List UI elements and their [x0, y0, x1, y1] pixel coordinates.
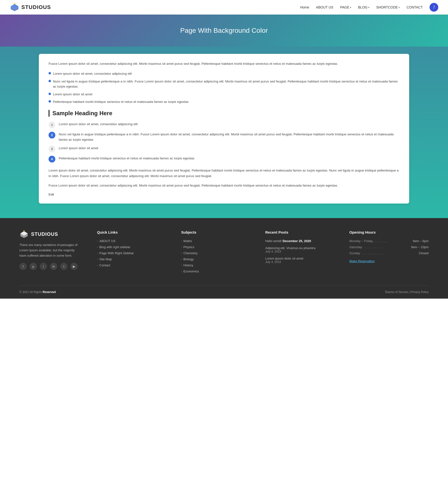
bullet-dot-icon	[48, 100, 51, 103]
social-icons: f p i in t ▶	[19, 263, 78, 270]
footer-quick-links: Quick Links › ABOUT US › Blog with right…	[97, 230, 176, 276]
chevron-right-icon: ›	[97, 258, 98, 261]
list-item[interactable]: › Physics	[181, 245, 261, 249]
pinterest-icon[interactable]: p	[30, 263, 37, 270]
bullet-dot-icon	[48, 80, 51, 82]
list-item: Lorem ipsum dolor sit amet, consectetur …	[48, 71, 400, 77]
recent-post-date-3: July 4, 2019	[265, 260, 345, 264]
opening-hours-heading: Opening Hours	[350, 230, 429, 234]
hero-banner: Page With Background Color	[0, 15, 448, 47]
list-item[interactable]: › Blog with right sidebar	[97, 245, 176, 249]
list-item: 4 Pellentesque habitant morbi tristique …	[48, 156, 400, 163]
chevron-right-icon: ›	[181, 246, 182, 249]
hero-title: Page With Background Color	[10, 27, 438, 34]
instagram-icon[interactable]: i	[40, 263, 47, 270]
num-badge-1: 1	[48, 122, 55, 128]
header: STUDIOUS Home ABOUT US PAGE ▾ BLOG ▾ SHO…	[0, 0, 448, 15]
copyright-text: © 2021 All Rights Reserved	[19, 290, 56, 294]
logo[interactable]: STUDIOUS	[10, 3, 51, 12]
num-badge-2: 2	[48, 132, 55, 139]
chevron-right-icon: ›	[181, 240, 182, 242]
nav-home[interactable]: Home	[300, 5, 309, 9]
chevron-right-icon: ›	[97, 264, 98, 266]
list-item: 2 Nunc vel ligula in augue tristique pel…	[48, 132, 400, 142]
quick-links-list: › ABOUT US › Blog with right sidebar › P…	[97, 239, 176, 267]
sample-heading: Sample Heading Here	[48, 110, 400, 117]
footer-logo[interactable]: STUDIOUS	[19, 230, 78, 238]
chevron-right-icon: ›	[97, 240, 98, 242]
footer-main-grid: STUDIOUS There are many variations of pa…	[19, 230, 429, 276]
recent-post-title-1[interactable]: Hello world! December 25, 2020	[265, 239, 345, 243]
num-badge-3: 3	[48, 146, 55, 152]
list-item[interactable]: › Page With Right Sidebar	[97, 251, 176, 255]
list-item[interactable]: › Chemistry	[181, 251, 261, 255]
list-item[interactable]: › Site Map	[97, 257, 176, 261]
share-icon: ⤴	[433, 5, 435, 9]
linkedin-icon[interactable]: in	[50, 263, 57, 270]
list-item[interactable]: › Biology	[181, 257, 261, 261]
bullet-list: Lorem ipsum dolor sit amet, consectetur …	[48, 71, 400, 105]
recent-posts-heading: Recent Posts	[265, 230, 345, 234]
list-item: Lorem ipsum dolor sit amet	[48, 92, 400, 97]
nav-about[interactable]: ABOUT US	[316, 5, 333, 9]
make-reservation-link[interactable]: Make Reservation	[350, 259, 375, 263]
num-badge-4: 4	[48, 156, 55, 163]
footer-columns: Quick Links › ABOUT US › Blog with right…	[97, 230, 429, 276]
recent-post-title-2[interactable]: Adipiscing elit. Vivamus eu pharetra	[265, 246, 345, 250]
opening-row-saturday: Saturday . . . . . . . . . . . . 9am – 1…	[350, 245, 429, 249]
list-item[interactable]: › Economics	[181, 269, 261, 273]
quick-links-heading: Quick Links	[97, 230, 176, 234]
chevron-right-icon: ›	[181, 258, 182, 261]
list-item: 1 Lorem ipsum dolor sit amet, consectetu…	[48, 122, 400, 128]
logo-icon	[10, 3, 19, 12]
subjects-heading: Subjects	[181, 230, 261, 234]
list-item[interactable]: › Contact	[97, 264, 176, 267]
main-content-area: Fusce Lorem ipsum dolor sit amet, consec…	[0, 47, 448, 218]
share-button[interactable]: ⤴	[430, 3, 438, 12]
chevron-right-icon: ›	[181, 264, 182, 266]
chevron-right-icon: ›	[97, 252, 98, 254]
footer-logo-text: STUDIOUS	[31, 232, 58, 237]
footer-logo-icon	[19, 230, 29, 238]
legal-links[interactable]: Tearms of Service | Privacy Policy	[385, 290, 429, 294]
nav-shortcode[interactable]: SHORTCODE ▾	[376, 5, 400, 9]
recent-post-title-3[interactable]: Lorem ipsum dolor sit amet	[265, 257, 345, 260]
nav-contact[interactable]: CONTACT	[406, 5, 423, 9]
twitter-icon[interactable]: t	[60, 263, 67, 270]
footer-subjects: Subjects › Maths › Physics › Chemistry	[181, 230, 261, 276]
nav-page[interactable]: PAGE ▾	[340, 5, 351, 9]
footer-recent-posts: Recent Posts Hello world! December 25, 2…	[265, 230, 345, 276]
opening-row-weekday: Monday – Friday . . . . . . . . 9am – 6p…	[350, 239, 429, 243]
chevron-right-icon: ›	[181, 270, 182, 273]
content-para-2: Fusce Lorem ipsum dolor sit amet, consec…	[48, 183, 400, 188]
numbered-list: 1 Lorem ipsum dolor sit amet, consectetu…	[48, 122, 400, 163]
nav-blog[interactable]: BLOG ▾	[358, 5, 369, 9]
subjects-list: › Maths › Physics › Chemistry › Biology	[181, 239, 261, 273]
footer-description: There are many variations of passages of…	[19, 242, 78, 258]
content-card: Fusce Lorem ipsum dolor sit amet, consec…	[39, 54, 409, 203]
bullet-dot-icon	[48, 93, 51, 95]
chevron-right-icon: ›	[181, 252, 182, 254]
shortcode-chevron-icon: ▾	[399, 6, 400, 9]
recent-post-date-2: July 4, 2019	[265, 250, 345, 253]
list-item[interactable]: › History	[181, 264, 261, 267]
list-item[interactable]: › Maths	[181, 239, 261, 243]
content-para-1: Lorem ipsum dolor sit amet, consectetur …	[48, 168, 400, 179]
list-item: Nunc vel ligula in augue tristique pelle…	[48, 79, 400, 89]
list-item: 3 Lorem ipsum dolor sit amet	[48, 146, 400, 152]
bullet-dot-icon	[48, 72, 51, 75]
footer-brand: STUDIOUS There are many variations of pa…	[19, 230, 87, 276]
recent-post-date-inline-1: December 25, 2020	[283, 239, 311, 243]
facebook-icon[interactable]: f	[19, 263, 27, 270]
opening-row-sunday: Sunday . . . . . . . . . . . . . . Close…	[350, 251, 429, 255]
recent-post-3: Lorem ipsum dolor sit amet July 4, 2019	[265, 257, 345, 264]
logo-text: STUDIOUS	[21, 4, 51, 10]
intro-text: Fusce Lorem ipsum dolor sit amet, consec…	[48, 61, 400, 67]
edit-link[interactable]: Edit	[48, 193, 54, 196]
footer-opening-hours: Opening Hours Monday – Friday . . . . . …	[350, 230, 429, 276]
blog-chevron-icon: ▾	[368, 6, 369, 9]
navigation: Home ABOUT US PAGE ▾ BLOG ▾ SHORTCODE ▾ …	[300, 3, 438, 12]
youtube-icon[interactable]: ▶	[70, 263, 78, 270]
recent-post-1: Hello world! December 25, 2020	[265, 239, 345, 243]
list-item[interactable]: › ABOUT US	[97, 239, 176, 243]
